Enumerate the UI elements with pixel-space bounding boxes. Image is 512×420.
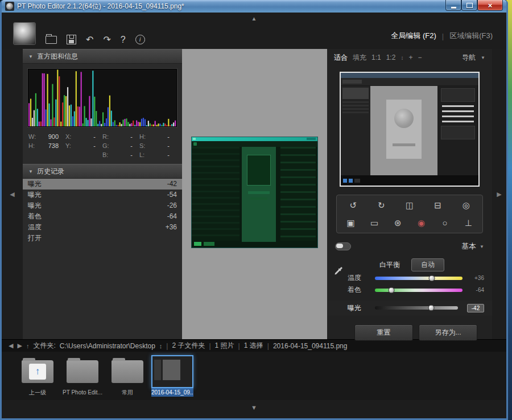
switch-knob [336, 244, 343, 248]
reset-button[interactable]: 重置 [354, 324, 413, 341]
zoom-in-button[interactable]: + [408, 53, 412, 61]
toolbar: ▲ ↶ ↷ ? i 全局编辑 (F2) | 区域编辑(F3) [2, 13, 506, 49]
forward-icon[interactable]: ▶ [17, 342, 22, 349]
rotate-right-icon[interactable]: ↻ [374, 200, 388, 211]
collapse-toolbar-arrow-icon[interactable]: ▲ [251, 15, 257, 22]
history-label: 着色 [28, 211, 42, 222]
history-item[interactable]: 曝光-26 [23, 200, 182, 211]
history-item[interactable]: 曝光-54 [23, 190, 182, 200]
path-spinner-icon[interactable]: ↕ [159, 343, 163, 349]
history-section-header[interactable]: ▼ 历史记录 [23, 164, 182, 179]
collapse-right-panel-arrow-icon[interactable]: ▶ [497, 191, 501, 198]
save-button[interactable] [67, 32, 76, 45]
edited-photo[interactable] [192, 137, 317, 248]
toolbar-buttons: ↶ ↷ ? i [13, 22, 145, 45]
slider-knob[interactable] [389, 287, 395, 293]
vignette-icon[interactable]: ○ [438, 218, 452, 228]
folder-tile [61, 355, 104, 388]
close-icon: × [488, 1, 493, 10]
zoom-1-1-button[interactable]: 1:1 [371, 53, 381, 61]
open-folder-button[interactable] [46, 32, 57, 45]
zoom-fill-button[interactable]: 填充 [353, 53, 366, 63]
history-item[interactable]: 温度+36 [23, 222, 182, 233]
maximize-button[interactable] [461, 0, 477, 11]
tab-global-edit[interactable]: 全局编辑 (F2) [391, 31, 436, 41]
folder-path[interactable]: C:\Users\Administrator\Desktop [60, 342, 155, 350]
histogram-section-header[interactable]: ▼ 直方图和信息 [23, 49, 182, 64]
exposure-slider[interactable] [375, 306, 458, 310]
distort-icon[interactable]: ◎ [459, 200, 473, 211]
save-as-button[interactable]: 另存为... [419, 324, 477, 341]
filmstrip-up-level[interactable]: ↑ 上一级 [16, 355, 59, 397]
red-eye-icon[interactable]: ◉ [415, 218, 428, 228]
minimize-button[interactable] [445, 0, 461, 11]
rotate-left-icon[interactable]: ↺ [346, 200, 360, 211]
sharpen-icon[interactable]: ⊛ [391, 218, 404, 228]
white-balance-section: 白平衡 自动 温度 +36 着色 -64 [327, 257, 492, 341]
basic-dropdown-icon[interactable]: ▼ [480, 244, 484, 249]
histogram-section-title: 直方图和信息 [37, 52, 78, 61]
eyedropper-icon[interactable] [334, 266, 343, 275]
redo-button[interactable]: ↷ [103, 32, 110, 45]
photo-content-badges [194, 242, 214, 246]
subfolder-count: 2 子文件夹 [172, 341, 205, 351]
titlebar[interactable]: PT Photo Editor 2.1.2(64位) - 2016-04-15_… [2, 0, 506, 13]
info-value: - [167, 132, 170, 141]
basic-section-header: 基本 ▼ [335, 240, 484, 253]
white-balance-label: 白平衡 [379, 260, 400, 270]
photo-content-textline [248, 191, 270, 194]
filmstrip: ↑ 上一级 PT Photo Edit... 常用 2016-04-15_09.… [2, 352, 506, 400]
history-item[interactable]: 曝光-42 [23, 179, 182, 190]
navigator-preview[interactable] [340, 72, 480, 187]
photo-content-titlebar [192, 137, 317, 141]
app-window: PT Photo Editor 2.1.2(64位) - 2016-04-15_… [0, 0, 508, 420]
status-divider: | [209, 342, 210, 350]
filmstrip-folder-pt[interactable]: PT Photo Edit... [61, 355, 104, 397]
filmstrip-item-label: 上一级 [16, 388, 59, 397]
zoom-1-2-button[interactable]: 1:2 [386, 53, 396, 61]
info-value: - [130, 141, 133, 150]
left-gutter: ◀ [2, 49, 23, 339]
tint-slider[interactable] [375, 289, 463, 292]
current-file-name: 2016-04-15_094115.png [273, 342, 348, 350]
crop-icon[interactable]: ▣ [344, 218, 358, 228]
navigator-dropdown-icon[interactable]: ▼ [481, 55, 485, 60]
info-label: B: [102, 150, 108, 159]
close-button[interactable]: × [477, 0, 503, 11]
history-label: 温度 [28, 222, 42, 233]
info-label: X: [65, 132, 71, 141]
history-item[interactable]: 打开 [23, 233, 182, 244]
filmstrip-folder-common[interactable]: 常用 [106, 355, 148, 397]
info-button[interactable]: i [135, 32, 145, 45]
right-gutter: ▶ [492, 49, 506, 339]
zoom-spinner-icon[interactable]: ↕ [400, 55, 403, 61]
selection-count: 1 选择 [244, 341, 263, 351]
info-icon: i [135, 35, 145, 44]
auto-white-balance-button[interactable]: 自动 [411, 258, 444, 271]
preview-filmstrip [341, 175, 478, 186]
history-item[interactable]: 着色-64 [23, 211, 182, 222]
panel-toggle-switch[interactable] [335, 242, 351, 250]
zoom-fit-button[interactable]: 适合 [334, 53, 348, 63]
info-label: H: [139, 132, 146, 141]
slider-knob[interactable] [428, 305, 435, 311]
left-panel: ▼ 直方图和信息 W:900 H:738 X:- Y:- [23, 49, 182, 339]
flip-horizontal-icon[interactable]: ◫ [403, 200, 416, 211]
temperature-slider[interactable] [375, 277, 463, 280]
straighten-icon[interactable]: ▭ [368, 218, 381, 228]
history-list: 曝光-42 曝光-54 曝光-26 着色-64 温度+36 打开 [23, 179, 182, 244]
filmstrip-photo-selected[interactable]: 2016-04-15_09... [151, 355, 193, 397]
zoom-out-button[interactable]: − [418, 53, 422, 61]
collapse-left-panel-arrow-icon[interactable]: ◀ [10, 191, 14, 198]
slider-knob[interactable] [429, 275, 435, 281]
photo-badge [194, 242, 201, 246]
tab-region-edit[interactable]: 区域编辑(F3) [449, 31, 493, 41]
clone-stamp-icon[interactable]: ⊥ [461, 218, 475, 228]
help-button[interactable]: ? [121, 32, 126, 45]
collapse-filmstrip-arrow-icon[interactable]: ▼ [251, 400, 257, 411]
back-icon[interactable]: ◀ [9, 342, 13, 349]
flip-vertical-icon[interactable]: ⊟ [431, 200, 445, 211]
up-folder-icon[interactable]: ↑ [26, 343, 30, 349]
undo-button[interactable]: ↶ [86, 32, 93, 45]
preview-toolbar [341, 78, 478, 86]
